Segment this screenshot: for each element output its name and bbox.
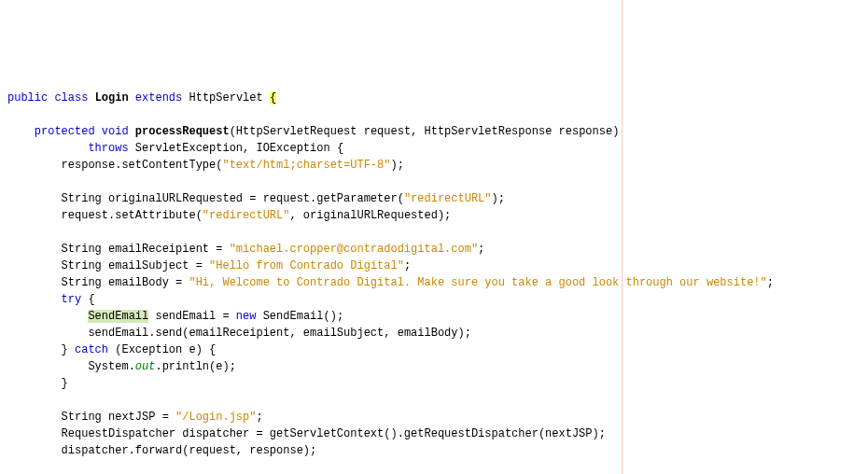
str-body: "Hi, Welcome to Contrado Digital. Make s… xyxy=(189,276,766,289)
line-orig-b: ); xyxy=(492,192,505,205)
superclass: HttpServlet xyxy=(189,91,262,105)
throws-list: ServletException, IOException { xyxy=(135,142,343,155)
str-redirecturl-1: "redirectURL" xyxy=(404,192,492,205)
line-setattr-b: , originalURLRequested); xyxy=(289,209,451,222)
line-subj-a: String emailSubject = xyxy=(62,259,209,272)
line-dispatcher: RequestDispatcher dispatcher = getServle… xyxy=(62,427,606,440)
kw-try: try xyxy=(62,293,82,306)
str-contenttype: "text/html;charset=UTF-8" xyxy=(222,159,390,172)
kw-class: class xyxy=(54,91,88,105)
line-nextjsp-a: String nextJSP = xyxy=(62,411,175,424)
class-name: Login xyxy=(95,91,129,105)
se-decl: sendEmail = xyxy=(148,310,236,323)
sout-b: .println(e); xyxy=(155,360,235,373)
italic-out: out xyxy=(135,360,156,373)
se-send: sendEmail.send(emailReceipient, emailSub… xyxy=(88,327,470,340)
line-setattr-a: request.setAttribute( xyxy=(62,209,203,222)
method-name: processRequest xyxy=(135,125,230,138)
semi-4: ; xyxy=(256,411,262,424)
kw-catch: catch xyxy=(75,343,108,356)
line-body-a: String emailBody = xyxy=(62,276,189,289)
sendemail-type-hl: SendEmail xyxy=(88,310,148,323)
line-recip-a: String emailReceipient = xyxy=(62,243,230,256)
brace-try: { xyxy=(88,293,94,306)
print-margin-line xyxy=(622,0,623,474)
brace-open-highlight: { xyxy=(270,91,276,105)
semi-2: ; xyxy=(404,259,411,272)
str-nextjsp: "/Login.jsp" xyxy=(175,411,256,424)
line-setcontenttype-b: ); xyxy=(390,159,403,172)
line-orig-a: String originalURLRequested = request.ge… xyxy=(62,192,404,205)
kw-throws: throws xyxy=(88,142,128,155)
line-forward: dispatcher.forward(request, response); xyxy=(62,444,317,457)
brace-try-close: } xyxy=(62,343,68,356)
str-redirecturl-2: "redirectURL" xyxy=(203,209,290,222)
kw-protected: protected xyxy=(35,125,95,138)
code-area: public class Login extends HttpServlet {… xyxy=(7,90,861,474)
se-ctor: SendEmail(); xyxy=(256,310,343,323)
sout-a: System. xyxy=(88,360,134,373)
catch-params: (Exception e) { xyxy=(108,343,216,356)
kw-extends: extends xyxy=(135,91,182,105)
method-params: (HttpServletRequest request, HttpServlet… xyxy=(230,125,620,138)
kw-new: new xyxy=(236,310,257,323)
semi-1: ; xyxy=(478,243,484,256)
brace-catch-close: } xyxy=(62,377,68,390)
kw-public: public xyxy=(7,91,48,105)
kw-void: void xyxy=(102,125,129,138)
str-subj: "Hello from Contrado Digital" xyxy=(209,259,404,272)
str-recip: "michael.cropper@contradodigital.com" xyxy=(230,243,478,256)
line-setcontenttype-a: response.setContentType( xyxy=(62,159,223,172)
semi-3: ; xyxy=(767,276,774,289)
